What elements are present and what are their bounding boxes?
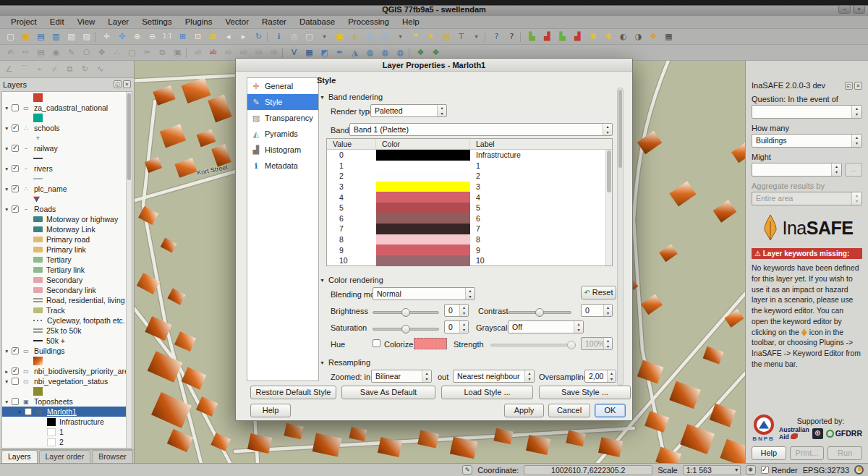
layer-tree-row[interactable]: ▼ ▦ Marloth1 — [2, 407, 132, 417]
pan-to-selection-icon[interactable]: ✜ — [115, 30, 129, 43]
expand-arrow-icon[interactable]: ▼ — [4, 126, 12, 131]
expand-arrow-icon[interactable]: ▼ — [4, 106, 12, 111]
inasafe-help-button[interactable]: Help — [752, 446, 786, 460]
save-as-default-button[interactable]: Save As Default — [341, 386, 435, 399]
resampling-section[interactable]: ▼Resampling — [320, 358, 370, 367]
layer-visibility-checkbox[interactable] — [12, 367, 19, 375]
contrast-spinbox[interactable]: 0 — [581, 304, 613, 317]
save-project-icon[interactable]: ▤ — [34, 30, 48, 43]
palette-color-swatch[interactable] — [376, 203, 470, 213]
layer-tree-row[interactable]: ▼ ~ rivers — [2, 163, 132, 174]
palette-color-swatch[interactable] — [376, 213, 470, 224]
capture-line-icon[interactable]: ✎ — [64, 46, 78, 59]
tab-browser[interactable]: Browser — [92, 450, 133, 463]
menu-item[interactable]: Processing — [341, 16, 396, 28]
palette-color-swatch[interactable] — [376, 171, 470, 182]
layer-visibility-checkbox[interactable] — [12, 378, 19, 385]
cancel-button[interactable]: Cancel — [548, 404, 590, 417]
menu-item[interactable]: Raster — [255, 16, 293, 28]
extents-icon[interactable]: ✎ — [462, 465, 472, 475]
dialog-tab[interactable]: ▟ Histogram — [247, 142, 318, 158]
inasafe-keyword-editor-icon[interactable]: ▟ — [571, 30, 584, 43]
layer-tree-row[interactable]: Primary link — [2, 245, 132, 255]
palette-label[interactable]: 8 — [470, 235, 612, 244]
sep[interactable] — [267, 32, 271, 42]
dialog-scrollbar[interactable] — [617, 88, 624, 386]
menu-item[interactable]: Vector — [218, 16, 255, 28]
delete-selected-icon[interactable]: ▢ — [125, 46, 139, 59]
palette-table[interactable]: Value Color Label 0 Infrastructure 1 1 2… — [326, 138, 613, 266]
current-edits-icon[interactable]: ✍ — [4, 46, 17, 59]
save-project-as-icon[interactable]: ▥ — [49, 30, 63, 43]
inasafe-impact-function-centric-wizard-icon[interactable]: ▙ — [556, 30, 569, 43]
expand-arrow-icon[interactable]: ▼ — [4, 187, 12, 192]
palette-label[interactable]: Infrastructure — [470, 150, 612, 159]
palette-label[interactable]: 4 — [470, 193, 612, 202]
split-features-icon[interactable]: ⌿ — [48, 62, 61, 76]
color-rendering-section[interactable]: ▼Color rendering — [320, 276, 383, 284]
band-rendering-section[interactable]: ▼Band rendering — [320, 93, 383, 101]
palette-color-swatch[interactable] — [376, 161, 470, 171]
scale-combo[interactable]: 1:1 563▼ — [683, 465, 741, 475]
help-button[interactable]: Help — [250, 404, 291, 417]
expand-arrow-icon[interactable]: ▼ — [4, 399, 12, 404]
layer-tree-row[interactable]: 1 — [2, 427, 132, 437]
spin-arrows-icon[interactable] — [459, 321, 468, 333]
layer-tree-row[interactable]: Motorway Link — [2, 224, 132, 234]
layer-tree-row[interactable]: 25k to 50k — [2, 326, 132, 336]
menu-item[interactable]: Settings — [135, 16, 179, 28]
menu-item[interactable]: Help — [396, 16, 426, 28]
palette-color-swatch[interactable] — [376, 234, 470, 245]
cut-features-icon[interactable]: ✂ — [140, 46, 154, 59]
palette-row[interactable]: 4 4 — [327, 192, 612, 203]
zoom-last-icon[interactable]: ◂ — [221, 30, 235, 43]
annotation-dropdown-icon[interactable]: ▾ — [469, 30, 483, 43]
layer-tree-row[interactable]: ▼ ~ railway — [2, 143, 132, 153]
layer-tree-row[interactable] — [2, 153, 132, 163]
move-feature-icon[interactable]: ✥ — [95, 46, 109, 59]
apply-button[interactable]: Apply — [504, 404, 544, 417]
dialog-tab[interactable]: ▨ Transparency — [247, 110, 318, 126]
tab-layers[interactable]: Layers — [1, 450, 38, 463]
spin-arrows-icon[interactable] — [603, 305, 612, 316]
layer-tree-row[interactable] — [2, 194, 132, 204]
save-edits-icon[interactable]: ▤ — [34, 46, 48, 59]
hazard-select[interactable] — [752, 105, 862, 119]
spin-arrows-icon[interactable] — [851, 135, 861, 147]
dialog-title[interactable]: Layer Properties - Marloth1 — [236, 59, 632, 72]
spin-arrows-icon[interactable] — [459, 305, 468, 316]
crs-status-icon[interactable] — [854, 465, 864, 475]
zoom-in-icon[interactable]: ⊕ — [130, 30, 144, 43]
function-options-button[interactable]: ... — [845, 163, 862, 177]
layer-tree-row[interactable]: Road, residential, living street, ... — [2, 295, 132, 305]
palette-row[interactable]: 7 7 — [327, 224, 612, 234]
layer-visibility-checkbox[interactable] — [12, 205, 19, 213]
strength-slider[interactable] — [490, 344, 576, 347]
inasafe-batch-runner-icon[interactable]: ◑ — [631, 30, 645, 43]
palette-label[interactable]: 9 — [470, 246, 612, 255]
palette-row[interactable]: 2 2 — [327, 171, 612, 182]
new-composer-icon[interactable]: ▧ — [64, 30, 78, 43]
saturation-slider[interactable] — [373, 328, 439, 331]
spin-arrows-icon[interactable] — [422, 370, 431, 382]
expand-arrow-icon[interactable]: ▼ — [4, 349, 12, 354]
menu-item[interactable]: Layer — [101, 16, 135, 28]
expand-arrow-icon[interactable]: ▼ — [4, 146, 12, 151]
stop-render-icon[interactable]: ❋ — [746, 465, 756, 475]
layer-tree-row[interactable]: Tertiary — [2, 255, 132, 265]
grayscale-select[interactable]: Off — [508, 320, 584, 333]
zoom-next-icon[interactable]: ▸ — [237, 30, 250, 43]
layer-tree-row[interactable] — [2, 386, 132, 396]
zoom-to-layer-icon[interactable]: ⊡ — [191, 30, 205, 43]
save-style-button[interactable]: Save Style ... — [539, 386, 631, 399]
inasafe-save-scenario-icon[interactable]: ❖ — [647, 30, 660, 43]
palette-label[interactable]: 2 — [470, 171, 612, 180]
zoom-full-icon[interactable]: ⊞ — [176, 30, 190, 43]
expand-arrow-icon[interactable]: ► — [4, 369, 12, 374]
capture-point-icon[interactable]: ◉ — [49, 46, 63, 59]
show-bookmarks-icon[interactable]: ▤ — [439, 30, 453, 43]
new-bookmark-icon[interactable]: ★ — [424, 30, 438, 43]
layer-tree-row[interactable]: 50k + — [2, 336, 132, 346]
layer-tree-row[interactable]: Secondary — [2, 275, 132, 285]
select-dropdown-icon[interactable]: ▾ — [318, 30, 331, 43]
